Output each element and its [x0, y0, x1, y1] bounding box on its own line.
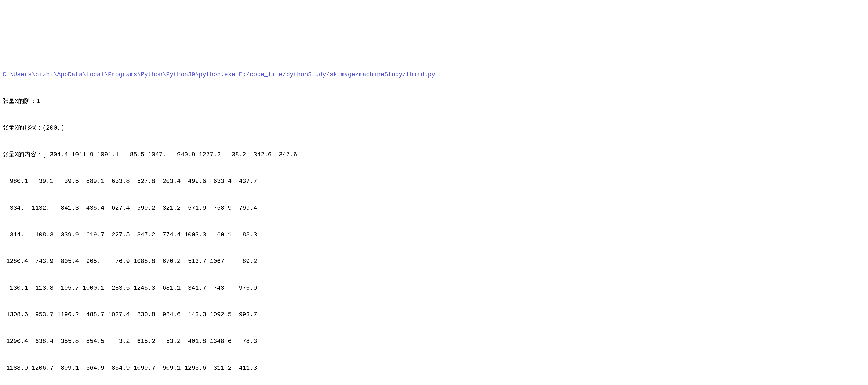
content-prefix: 张量X的内容： — [2, 151, 42, 158]
array-row: 1308.6 953.7 1196.2 488.7 1027.4 830.8 9… — [2, 308, 868, 321]
array-row: 130.1 113.8 195.7 1000.1 283.5 1245.3 68… — [2, 282, 868, 295]
array-row: 1290.4 638.4 355.8 854.5 3.2 615.2 53.2 … — [2, 335, 868, 348]
tensor-content-row: 张量X的内容：[ 304.4 1011.9 1091.1 85.5 1047. … — [2, 148, 868, 162]
array-row: 980.1 39.1 39.6 889.1 633.8 527.8 203.4 … — [2, 175, 868, 188]
array-row: [ 304.4 1011.9 1091.1 85.5 1047. 940.9 1… — [42, 151, 297, 158]
tensor-shape: 张量X的形状：(200,) — [2, 122, 868, 135]
array-row: 334. 1132. 841.3 435.4 627.4 599.2 321.2… — [2, 201, 868, 215]
console-output: C:\Users\bizhi\AppData\Local\Programs\Py… — [2, 55, 868, 385]
array-row: 1280.4 743.9 805.4 905. 76.9 1088.8 670.… — [2, 255, 868, 268]
command-line: C:\Users\bizhi\AppData\Local\Programs\Py… — [2, 68, 868, 82]
array-row: 1188.9 1206.7 899.1 364.9 854.9 1099.7 9… — [2, 361, 868, 375]
tensor-rank: 张量X的阶：1 — [2, 95, 868, 108]
array-row: 314. 108.3 339.9 619.7 227.5 347.2 774.4… — [2, 228, 868, 242]
